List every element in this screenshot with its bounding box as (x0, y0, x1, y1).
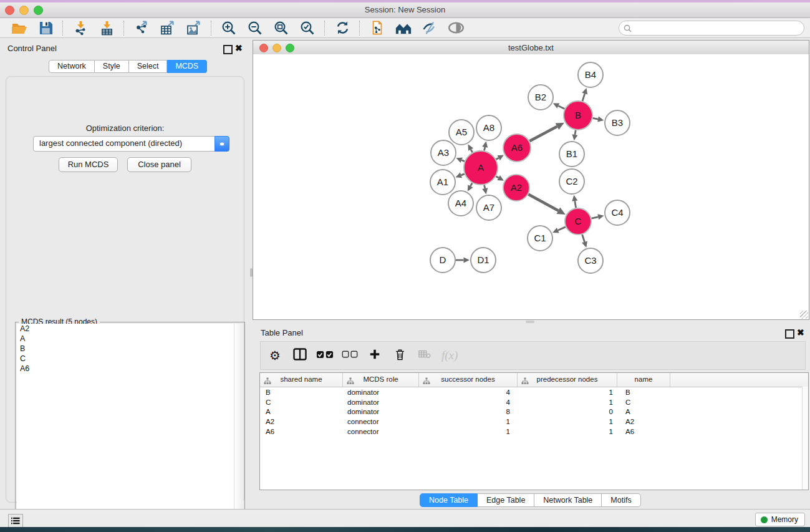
network-window-titlebar[interactable]: testGlobe.txt (253, 41, 809, 55)
run-mcds-button[interactable]: Run MCDS (59, 157, 118, 172)
deselect-all-button[interactable] (339, 346, 360, 365)
zoom-fit-button[interactable] (270, 19, 292, 36)
refresh-button[interactable] (331, 19, 354, 36)
cell[interactable]: 1 (518, 388, 617, 398)
column-header-shared-name[interactable]: shared name (260, 373, 343, 387)
table-row-B[interactable]: Bdominator41B (260, 388, 803, 398)
main-titlebar[interactable]: Session: New Session (0, 2, 810, 18)
cell[interactable]: C (617, 398, 670, 408)
search-box[interactable] (619, 21, 804, 36)
tab-edge-table[interactable]: Edge Table (478, 493, 534, 507)
cell[interactable]: A2 (617, 417, 670, 427)
edge-B-B3[interactable] (593, 118, 598, 119)
float-panel-icon[interactable] (223, 45, 233, 54)
edge-B-B1[interactable] (575, 130, 576, 135)
cell[interactable]: dominator (343, 388, 419, 398)
search-input[interactable] (632, 24, 804, 32)
export-table-button[interactable] (157, 19, 179, 36)
tab-mcds[interactable]: MCDS (167, 60, 207, 73)
edge-A-A7[interactable] (485, 185, 485, 188)
close-panel-button[interactable]: Close panel (127, 157, 191, 172)
cell[interactable]: A (260, 407, 343, 417)
edge-A-A2[interactable] (496, 177, 498, 178)
close-panel-icon[interactable]: ✖ (235, 43, 243, 53)
cell[interactable]: A (617, 407, 670, 417)
clone-network-button[interactable] (366, 19, 388, 36)
split-panel-button[interactable] (289, 346, 311, 365)
divider-grip[interactable] (526, 321, 534, 323)
cell[interactable]: B (260, 388, 343, 398)
edge-B-B4[interactable] (582, 94, 585, 101)
float-table-panel-icon[interactable] (785, 329, 794, 339)
cell[interactable]: 1 (518, 427, 617, 437)
select-all-button[interactable] (314, 346, 335, 365)
mcds-result-item[interactable]: A (17, 334, 234, 344)
cell[interactable]: dominator (343, 398, 419, 408)
export-network-button[interactable] (130, 19, 153, 36)
close-table-panel-icon[interactable]: ✖ (797, 327, 804, 337)
table-row-A2[interactable]: A2connector11A2 (260, 417, 803, 427)
export-image-button[interactable] (183, 19, 205, 36)
cell[interactable]: 8 (419, 407, 518, 417)
mcds-result-item[interactable]: A6 (17, 364, 234, 374)
edge-A-A5[interactable] (471, 150, 473, 153)
cell[interactable]: A6 (617, 427, 670, 437)
show-eye-button[interactable] (445, 19, 467, 36)
window-resize-grip[interactable] (800, 311, 808, 319)
table-row-C[interactable]: Cdominator41C (260, 398, 803, 408)
cell[interactable]: 1 (419, 427, 518, 437)
tab-motifs[interactable]: Motifs (602, 493, 640, 507)
cell[interactable]: connector (343, 427, 419, 437)
zoom-out-button[interactable] (244, 19, 266, 36)
network-graph[interactable]: AA6A2BCA1A3A4A5A7A8B1B2B3B4C1C2C3C4DD1 (253, 54, 809, 319)
cell[interactable]: 0 (518, 407, 617, 417)
zoom-in-button[interactable] (218, 19, 240, 36)
cell[interactable]: A2 (260, 417, 343, 427)
cell[interactable]: 4 (419, 388, 518, 398)
save-session-button[interactable] (34, 19, 57, 36)
delete-column-button[interactable] (389, 346, 410, 365)
edge-A-A4[interactable] (470, 183, 472, 186)
settings-gear-button[interactable]: ⚙ (264, 346, 286, 365)
add-column-button[interactable] (364, 346, 385, 365)
task-history-button[interactable] (8, 514, 23, 528)
mcds-result-item[interactable]: B (17, 344, 234, 354)
mcds-result-item[interactable]: A2 (17, 324, 234, 334)
mcds-result-item[interactable]: C (17, 354, 234, 364)
cell[interactable]: A6 (260, 427, 343, 437)
divider-grip[interactable] (250, 268, 253, 277)
tab-network[interactable]: Network (49, 60, 95, 73)
open-session-button[interactable] (8, 19, 31, 36)
import-network-button[interactable] (69, 19, 92, 36)
column-header-name[interactable]: name (617, 373, 670, 387)
cell[interactable]: 1 (518, 398, 617, 408)
cell[interactable]: C (260, 398, 343, 408)
tab-network-table[interactable]: Network Table (534, 493, 602, 507)
cell[interactable]: connector (343, 417, 419, 427)
edge-A6-B[interactable] (529, 127, 557, 141)
edge-A2-C[interactable] (528, 195, 558, 211)
edge-A-A3[interactable] (461, 160, 465, 162)
column-header-successor-nodes[interactable]: successor nodes (419, 373, 518, 387)
column-header-MCDS-role[interactable]: MCDS role (343, 373, 419, 387)
edge-A-A8[interactable] (485, 147, 485, 151)
cell[interactable]: 1 (518, 417, 617, 427)
hide-panels-button[interactable] (418, 19, 441, 36)
edge-C-C4[interactable] (591, 217, 598, 218)
cell[interactable]: 4 (419, 398, 518, 408)
edge-C-C1[interactable] (558, 227, 566, 230)
memory-button[interactable]: Memory (755, 513, 805, 526)
home-button[interactable] (392, 19, 415, 36)
cell[interactable]: 1 (419, 417, 518, 427)
table-row-A[interactable]: Adominator80A (260, 407, 803, 417)
tab-node-table[interactable]: Node Table (420, 493, 478, 507)
edge-A-A6[interactable] (496, 158, 499, 159)
cell[interactable]: B (617, 388, 670, 398)
tab-style[interactable]: Style (95, 60, 129, 73)
tab-select[interactable]: Select (129, 60, 168, 73)
zoom-selected-button[interactable] (296, 19, 319, 36)
cell[interactable]: dominator (343, 407, 419, 417)
import-table-button[interactable] (95, 19, 118, 36)
table-scrollbar[interactable] (802, 387, 808, 490)
edge-C-C3[interactable] (582, 235, 585, 242)
